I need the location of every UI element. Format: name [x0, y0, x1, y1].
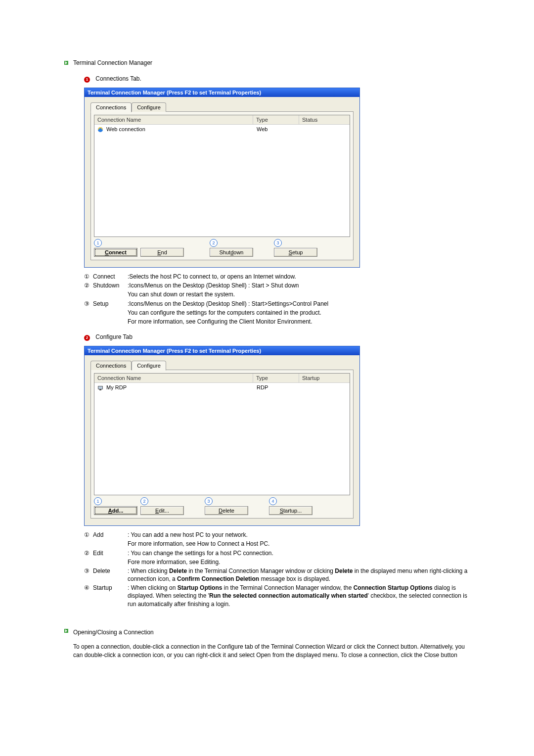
desc-label-edit: Edit — [93, 549, 128, 557]
callout-2: 2 — [140, 497, 148, 505]
desc-text-connect: :Selects the host PC to connect to, or o… — [128, 273, 470, 281]
desc-num-2: ② — [84, 549, 93, 557]
window-titlebar[interactable]: Terminal Connection Manager (Press F2 to… — [85, 346, 359, 355]
list-header: Connection Name Type Status — [94, 115, 350, 125]
button-row: 1 Add... 2 Edit... 3 Delete 4 — [94, 497, 350, 515]
desc-label-add: Add — [93, 531, 128, 539]
callout-1: 1 — [94, 497, 102, 505]
list-header: Connection Name Type Startup — [94, 374, 350, 383]
desc-text-delete: : When clicking Delete in the Terminal C… — [128, 567, 470, 583]
desc-label-setup: Setup — [93, 300, 128, 308]
row-status — [299, 125, 350, 134]
window-connections-tab: Terminal Connection Manager (Press F2 to… — [84, 88, 360, 268]
connections-descriptions: ① Connect :Selects the host PC to connec… — [84, 273, 470, 326]
desc-num-1: ① — [84, 273, 93, 281]
tabs: Connections Configure — [90, 102, 354, 112]
column-startup[interactable]: Startup — [299, 374, 350, 382]
tab-configure[interactable]: Configure — [132, 361, 166, 371]
callout-2: 2 — [210, 239, 218, 247]
subsection-label: Configure Tab — [95, 333, 133, 340]
desc-text-setup-3: For more information, see Configuring th… — [128, 318, 470, 326]
subsection-configure-tab: 2 Configure Tab — [84, 333, 470, 341]
subsection-connections-tab: 1 Connections Tab. — [84, 75, 470, 83]
row-name: Web connection — [106, 126, 145, 132]
desc-num-1: ① — [84, 531, 93, 539]
desc-text-add-2: For more information, see How to Connect… — [128, 540, 470, 548]
green-arrow-icon — [64, 61, 68, 65]
shutdown-button[interactable]: Shutdown — [210, 248, 253, 257]
row-type: Web — [254, 125, 299, 134]
callout-1: 1 — [94, 239, 102, 247]
window-titlebar[interactable]: Terminal Connection Manager (Press F2 to… — [85, 88, 359, 97]
red-badge-2: 2 — [84, 335, 90, 341]
desc-text-startup: : When clicking on Startup Options in th… — [128, 584, 470, 608]
section-heading-opening-closing: Opening/Closing a Connection To open a c… — [64, 626, 470, 660]
button-row: 1 Connect End 2 Shutdown 3 — [94, 239, 350, 257]
window-configure-tab: Terminal Connection Manager (Press F2 to… — [84, 346, 360, 526]
desc-label-shutdown: Shutdown — [93, 282, 128, 289]
desc-text-setup: :Icons/Menus on the Desktop (Desktop She… — [128, 300, 470, 308]
desc-text-shutdown: :Icons/Menus on the Desktop (Desktop She… — [128, 282, 470, 289]
callout-4: 4 — [269, 497, 277, 505]
delete-button[interactable]: Delete — [205, 506, 248, 515]
desc-text-setup-2: You can configure the settings for the c… — [128, 309, 470, 317]
column-connection-name[interactable]: Connection Name — [94, 115, 253, 124]
desc-text-add: : You can add a new host PC to your netw… — [128, 531, 470, 539]
column-type[interactable]: Type — [253, 374, 299, 382]
list-item[interactable]: Web connection Web — [94, 125, 350, 134]
desc-num-2: ② — [84, 282, 93, 289]
opening-closing-body: To open a connection, double-click a con… — [73, 643, 470, 660]
row-type: RDP — [254, 383, 299, 392]
column-connection-name[interactable]: Connection Name — [94, 374, 253, 382]
desc-num-3: ③ — [84, 567, 93, 583]
desc-label-delete: Delete — [93, 567, 128, 583]
setup-button[interactable]: Setup — [274, 248, 317, 257]
tabs: Connections Configure — [90, 360, 354, 370]
column-type[interactable]: Type — [253, 115, 299, 124]
svg-rect-5 — [99, 389, 101, 390]
callout-3: 3 — [274, 239, 282, 247]
tab-configure[interactable]: Configure — [132, 102, 166, 112]
startup-button[interactable]: Startup... — [269, 506, 312, 515]
rdp-icon — [97, 385, 103, 391]
callout-3: 3 — [205, 497, 213, 505]
add-button[interactable]: Add... — [94, 506, 137, 515]
red-badge-1: 1 — [84, 77, 90, 83]
desc-text-edit-2: Fore more information, see Editing. — [128, 558, 470, 566]
section-heading-text: Terminal Connection Manager — [73, 59, 152, 66]
desc-num-4: ④ — [84, 584, 93, 608]
desc-num-3: ③ — [84, 300, 93, 308]
section-heading-terminal-connection-manager: Terminal Connection Manager — [64, 59, 470, 66]
row-startup — [299, 383, 350, 392]
desc-label-connect: Connect — [93, 273, 128, 281]
list-item[interactable]: My RDP RDP — [94, 383, 350, 392]
row-name: My RDP — [106, 384, 127, 390]
desc-text-shutdown-2: You can shut down or restart the system. — [128, 290, 470, 298]
configure-descriptions: ① Add : You can add a new host PC to you… — [84, 531, 470, 608]
desc-text-edit: : You can change the settings for a host… — [128, 549, 470, 557]
subsection-label: Connections Tab. — [95, 75, 141, 82]
green-arrow-icon — [64, 629, 68, 633]
edit-button[interactable]: Edit... — [140, 506, 184, 515]
connect-button[interactable]: Connect — [94, 248, 137, 257]
section-heading-text: Opening/Closing a Connection — [73, 629, 470, 636]
end-button[interactable]: End — [140, 248, 184, 257]
desc-label-startup: Startup — [93, 584, 128, 608]
connections-list[interactable]: Connection Name Type Status Web connecti… — [94, 115, 350, 237]
svg-rect-4 — [98, 386, 102, 389]
tab-connections[interactable]: Connections — [90, 361, 132, 370]
configure-list[interactable]: Connection Name Type Startup My RDP RDP — [94, 373, 350, 495]
column-status[interactable]: Status — [299, 115, 350, 124]
document-page: Terminal Connection Manager 1 Connection… — [0, 0, 534, 756]
tab-connections[interactable]: Connections — [90, 102, 132, 112]
ie-icon — [97, 127, 103, 133]
